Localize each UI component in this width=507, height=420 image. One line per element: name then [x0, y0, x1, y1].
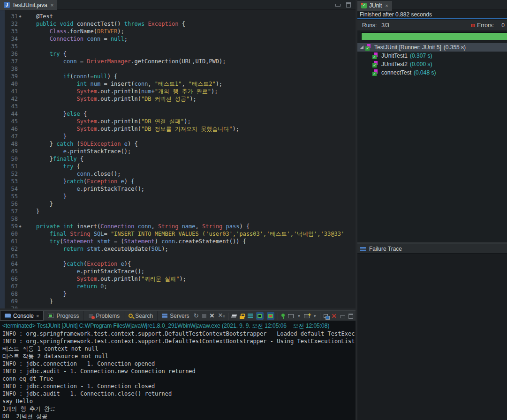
line-marker-space [18, 80, 23, 88]
console-log-line: INFO : org.springframework.test.context.… [2, 330, 354, 338]
open-console-icon[interactable]: + [304, 314, 310, 318]
close-icon[interactable]: × [51, 2, 53, 8]
editor-tab-testjunit[interactable]: J TestJUnit.java × [0, 0, 57, 10]
code-line: 60 final String SQL= "INSERT INTO MEMBER… [5, 230, 356, 238]
line-marker-space [18, 275, 23, 283]
junit-tab[interactable]: ✓ JUnit × [357, 1, 392, 11]
duplicate-view-icon[interactable] [324, 314, 328, 318]
line-number: 47 [5, 133, 18, 140]
code-text: e.printStackTrace(); [23, 148, 131, 155]
pin-console-icon[interactable] [281, 314, 285, 317]
maximize-icon[interactable] [348, 314, 353, 319]
console-log-line: 테스트 작동 1 context not null [2, 345, 354, 352]
expand-arrow-icon[interactable] [360, 45, 363, 49]
line-number: 65 [5, 268, 18, 275]
code-line: 31● @Test [5, 13, 356, 20]
line-marker-space [18, 118, 23, 125]
line-marker-space [18, 148, 23, 155]
display-console-dropdown-icon[interactable]: ▼ [297, 314, 301, 318]
code-text: } [23, 193, 67, 200]
console-log-line: DB 커넥션 성공 [2, 412, 354, 420]
show-stdout-icon[interactable] [256, 312, 264, 320]
remove-terminated-icon[interactable]: ✕x [218, 312, 225, 320]
code-text: return stmt.executeUpdate(SQL); [23, 245, 168, 253]
stop-icon[interactable] [202, 314, 206, 318]
line-number: 53 [5, 178, 18, 185]
show-stderr-icon[interactable] [267, 312, 274, 320]
line-number: 33 [5, 28, 18, 35]
test-suite-time: (0.355 s) [444, 44, 466, 51]
progress-icon [48, 314, 54, 318]
junit-test-tree: ✓ TestJUnit [Runner: JUnit 5] (0.355 s) … [357, 43, 507, 77]
refresh-icon[interactable]: ↻ [194, 312, 199, 320]
code-line: 45 System.out.println("DB 연결 실패"); [5, 118, 356, 125]
test-method-time: (0.307 s) [410, 52, 432, 59]
code-text: } [23, 290, 67, 298]
test-method-icon: ✓ [372, 69, 378, 76]
code-text: try { [23, 163, 80, 170]
editor-code-area[interactable]: 31● @Test32 public void connectTest() th… [5, 10, 356, 308]
line-number: 70 [5, 305, 18, 308]
line-marker-space [18, 103, 23, 110]
test-suite-label: TestJUnit [Runner: JUnit 5] [374, 44, 441, 51]
code-text: }catch(Exception e) { [23, 178, 134, 185]
code-text: if(conn!=null) { [23, 73, 117, 80]
code-line: 34 Connection conn = null; [5, 35, 356, 43]
test-method-icon: ✓ [372, 61, 378, 68]
junit-tree-test-row[interactable]: ✓JUnitTest2(0.000 s) [357, 60, 507, 68]
minimize-icon[interactable] [340, 315, 345, 318]
junit-tree-test-row[interactable]: ✓connectTest(0.048 s) [357, 68, 507, 77]
console-log-line: conn eq dt True [2, 375, 354, 382]
line-number: 49 [5, 148, 18, 155]
minimize-icon[interactable] [335, 4, 341, 7]
scroll-lock-icon[interactable] [240, 316, 244, 319]
close-icon[interactable]: × [385, 3, 388, 8]
console-log-line: INFO : jdbc.connection - 1. Connection o… [2, 360, 354, 368]
terminate-icon[interactable]: ✕ [210, 312, 215, 320]
line-number: 43 [5, 103, 18, 110]
junit-tab-title: JUnit [369, 2, 382, 9]
line-number: 68 [5, 290, 18, 298]
console-log-line: INFO : org.springframework.test.context.… [2, 338, 354, 345]
code-text: System.out.println("DB 연결 실패"); [23, 118, 191, 125]
test-method-label: JUnitTest1 [381, 52, 408, 59]
line-marker-space [18, 290, 23, 298]
console-view-tab-search[interactable]: Search [124, 311, 158, 321]
console-tab-label: Servers [170, 313, 189, 319]
code-text: }catch(Exception e){ [23, 260, 131, 268]
line-number: 38 [5, 65, 18, 73]
clear-console-icon[interactable] [231, 315, 237, 318]
code-line: 37 conn = DriverManager.getConnection(UR… [5, 58, 356, 65]
code-line: 55 } [5, 193, 356, 200]
console-view-tab-console[interactable]: Console× [0, 311, 44, 321]
remove-launch-icon[interactable]: ✕ [331, 312, 337, 320]
console-log[interactable]: INFO : org.springframework.test.context.… [2, 330, 354, 420]
console-view-tab-servers[interactable]: Servers [158, 311, 194, 321]
line-marker-space [18, 155, 23, 163]
line-number: 61 [5, 238, 18, 245]
code-text: int num = insert(conn, "테스트1", "테스트2"); [23, 80, 222, 88]
console-log-line: INFO : jdbc.connection - 1. Connection c… [2, 382, 354, 390]
line-marker-space [18, 140, 23, 148]
editor-pane: J TestJUnit.java × 31● @Test32 public vo… [0, 0, 356, 308]
word-wrap-icon[interactable] [248, 314, 253, 315]
console-view-tab-problems[interactable]: Problems [84, 311, 125, 321]
line-marker-space [18, 110, 23, 118]
code-text: }else { [23, 110, 87, 118]
junit-tree-test-row[interactable]: ✓JUnitTest1(0.307 s) [357, 52, 507, 60]
close-icon[interactable]: × [36, 313, 39, 319]
code-line: 68 } [5, 290, 356, 298]
failure-trace-body[interactable] [357, 254, 507, 420]
line-marker-space [18, 88, 23, 95]
display-console-icon[interactable] [288, 314, 294, 318]
open-console-dropdown-icon[interactable]: ▼ [313, 314, 317, 318]
line-number: 55 [5, 193, 18, 200]
code-line: 59● private int insert(Connection conn, … [5, 223, 356, 230]
console-view-tab-progress[interactable]: Progress [44, 311, 83, 321]
line-marker-space [18, 230, 23, 238]
line-number: 31 [5, 13, 18, 20]
runs-value: 3/3 [381, 22, 389, 29]
junit-tree-root-row[interactable]: ✓ TestJUnit [Runner: JUnit 5] (0.355 s) [357, 43, 507, 52]
junit-counter-band: Runs: 3/3 Errors: 0 [357, 20, 507, 31]
maximize-icon[interactable] [346, 2, 351, 8]
